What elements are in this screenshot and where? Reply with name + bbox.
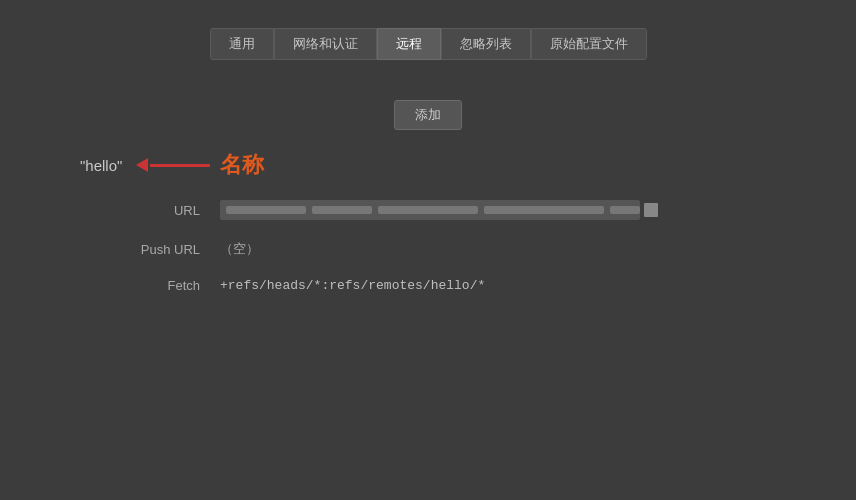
annotation-label: 名称 xyxy=(220,150,264,180)
add-button-area: 添加 xyxy=(0,100,856,130)
tab-bar: 通用 网络和认证 远程 忽略列表 原始配置文件 xyxy=(210,28,647,60)
arrow-line xyxy=(150,164,210,167)
remote-name-value: "hello" xyxy=(80,157,122,174)
tab-network[interactable]: 网络和认证 xyxy=(274,28,377,60)
url-value[interactable] xyxy=(220,200,640,220)
push-url-field-row: Push URL （空） xyxy=(80,240,776,258)
url-segment-3 xyxy=(378,206,478,214)
tab-raw-config[interactable]: 原始配置文件 xyxy=(531,28,647,60)
tab-remote[interactable]: 远程 xyxy=(377,28,441,60)
add-button[interactable]: 添加 xyxy=(394,100,462,130)
url-segment-5 xyxy=(610,206,640,214)
tab-ignore[interactable]: 忽略列表 xyxy=(441,28,531,60)
url-label: URL xyxy=(100,203,200,218)
url-segment-2 xyxy=(312,206,372,214)
fetch-field-row: Fetch +refs/heads/*:refs/remotes/hello/* xyxy=(80,278,776,293)
remote-name-row: "hello" 名称 xyxy=(80,150,776,180)
remote-section: "hello" 名称 URL Push UR xyxy=(0,150,856,313)
url-field-row: URL xyxy=(80,200,776,220)
url-segment-1 xyxy=(226,206,306,214)
url-edit-icon[interactable] xyxy=(644,203,658,217)
annotation-arrow xyxy=(136,158,210,172)
fetch-label: Fetch xyxy=(100,278,200,293)
main-container: 通用 网络和认证 远程 忽略列表 原始配置文件 添加 "hello" 名称 UR… xyxy=(0,0,856,500)
url-dots xyxy=(226,206,640,214)
arrow-head-icon xyxy=(136,158,148,172)
fetch-value: +refs/heads/*:refs/remotes/hello/* xyxy=(220,278,485,293)
url-segment-4 xyxy=(484,206,604,214)
push-url-label: Push URL xyxy=(100,242,200,257)
tab-general[interactable]: 通用 xyxy=(210,28,274,60)
push-url-value: （空） xyxy=(220,240,259,258)
